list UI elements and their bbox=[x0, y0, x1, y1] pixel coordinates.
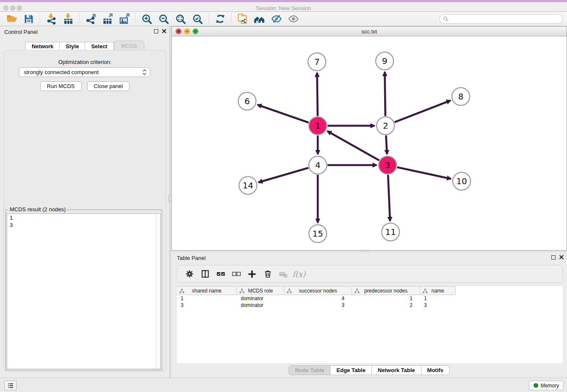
graph-edge-3-1[interactable] bbox=[328, 131, 379, 160]
close-panel-icon[interactable] bbox=[162, 29, 166, 33]
delete-table-button[interactable] bbox=[275, 267, 291, 281]
open-folder-icon bbox=[6, 13, 18, 25]
table-cell[interactable]: dominator bbox=[237, 295, 284, 301]
tab-network-table[interactable]: Network Table bbox=[372, 365, 421, 375]
refresh-button[interactable] bbox=[212, 13, 228, 25]
graph-edge-2-9[interactable] bbox=[385, 72, 385, 116]
close-panel-icon[interactable] bbox=[559, 255, 564, 259]
show-all-button[interactable] bbox=[285, 13, 302, 25]
mcds-result-text[interactable]: 1 3 bbox=[7, 213, 161, 369]
clone-network-button[interactable] bbox=[234, 13, 251, 25]
table-cell[interactable]: 1 bbox=[352, 295, 420, 301]
network-canvas[interactable]: 1234678910111415 bbox=[172, 36, 567, 250]
table-tabs: Node Table Edge Table Network Table Moti… bbox=[171, 365, 567, 375]
network-window-titlebar[interactable]: scc.txt bbox=[172, 27, 567, 36]
zoom-fit-button[interactable] bbox=[172, 13, 189, 25]
tab-motifs[interactable]: Motifs bbox=[421, 365, 450, 375]
column-header-predecessor-nodes[interactable]: predecessor nodes bbox=[352, 287, 420, 295]
float-panel-icon[interactable] bbox=[154, 29, 158, 33]
zoom-in-icon bbox=[141, 14, 152, 25]
graph-node-6[interactable]: 6 bbox=[238, 92, 256, 110]
graph-edge-3-10[interactable] bbox=[397, 167, 451, 179]
search-input[interactable] bbox=[450, 15, 562, 23]
column-header-MCDS-role[interactable]: MCDS role bbox=[237, 287, 284, 295]
import-network-button[interactable] bbox=[43, 13, 60, 25]
run-mcds-button[interactable]: Run MCDS bbox=[40, 81, 82, 91]
search-box[interactable] bbox=[439, 14, 563, 24]
tab-style[interactable]: Style bbox=[60, 42, 85, 51]
column-header-shared-name[interactable]: shared name bbox=[177, 287, 237, 295]
toolbar-separator bbox=[40, 14, 40, 25]
add-row-button[interactable] bbox=[244, 267, 260, 281]
plus-icon bbox=[247, 269, 257, 279]
table-cell[interactable]: 3 bbox=[420, 302, 456, 308]
delete-row-button[interactable] bbox=[260, 267, 275, 281]
table-settings-button[interactable] bbox=[182, 267, 197, 281]
column-header-successor-nodes[interactable]: successor nodes bbox=[284, 287, 352, 295]
graph-node-4[interactable]: 4 bbox=[309, 156, 327, 174]
graph-node-10[interactable]: 10 bbox=[453, 172, 471, 190]
close-panel-button[interactable]: Close panel bbox=[87, 81, 130, 91]
export-network-button[interactable] bbox=[82, 13, 99, 25]
tab-node-table[interactable]: Node Table bbox=[289, 365, 330, 375]
table-cell[interactable]: 3 bbox=[284, 302, 352, 308]
export-table-button[interactable] bbox=[99, 13, 116, 25]
import-table-button[interactable] bbox=[60, 13, 77, 25]
memory-status-icon bbox=[534, 383, 538, 388]
function-builder-button[interactable]: f(x) bbox=[291, 267, 307, 281]
float-panel-icon[interactable] bbox=[551, 255, 556, 259]
graph-node-14[interactable]: 14 bbox=[239, 177, 257, 194]
graph-edge-2-8[interactable] bbox=[394, 100, 450, 122]
save-icon bbox=[24, 14, 34, 24]
unchecked-boxes-icon bbox=[231, 269, 242, 279]
graph-node-3[interactable]: 3 bbox=[379, 156, 396, 174]
graph-node-2[interactable]: 2 bbox=[377, 117, 394, 135]
column-header-name[interactable]: name bbox=[420, 287, 456, 295]
import-table-icon bbox=[63, 13, 74, 25]
export-image-button[interactable] bbox=[116, 13, 133, 25]
task-history-button[interactable] bbox=[4, 381, 17, 390]
graph-node-7[interactable]: 7 bbox=[308, 53, 326, 71]
show-columns-button[interactable] bbox=[197, 267, 213, 281]
graph-node-15[interactable]: 15 bbox=[309, 225, 327, 243]
tab-mcds[interactable]: MCDS bbox=[114, 41, 144, 51]
save-session-button[interactable] bbox=[20, 13, 37, 25]
table-cell[interactable]: 1 bbox=[177, 295, 237, 301]
graph-node-8[interactable]: 8 bbox=[452, 88, 470, 105]
table-cell[interactable]: dominator bbox=[237, 302, 284, 308]
graph-edge-1-6[interactable] bbox=[258, 105, 309, 123]
select-all-columns-button[interactable] bbox=[213, 267, 228, 281]
table-cell[interactable]: 1 bbox=[420, 295, 456, 301]
home-button[interactable] bbox=[251, 13, 268, 25]
deselect-all-columns-button[interactable] bbox=[228, 267, 244, 281]
zoom-out-button[interactable] bbox=[155, 13, 172, 25]
graph-node-1[interactable]: 1 bbox=[309, 117, 327, 135]
graph-node-9[interactable]: 9 bbox=[376, 52, 394, 70]
control-panel: Control Panel Network Style Select MCDS … bbox=[0, 26, 170, 378]
svg-text:15: 15 bbox=[312, 229, 323, 239]
hide-selected-button[interactable] bbox=[268, 13, 285, 25]
graph-node-11[interactable]: 11 bbox=[382, 223, 399, 241]
optimization-criterion-dropdown[interactable]: strongly connected component bbox=[19, 67, 150, 77]
table-cell[interactable]: 3 bbox=[177, 302, 237, 308]
zoom-in-button[interactable] bbox=[138, 13, 155, 25]
tab-network[interactable]: Network bbox=[25, 42, 60, 51]
memory-button[interactable]: Memory bbox=[529, 381, 564, 390]
table-body: 1dominator4113dominator323 bbox=[177, 295, 563, 363]
table-cell[interactable]: 4 bbox=[284, 295, 352, 301]
graph-edge-1-7[interactable] bbox=[317, 73, 317, 116]
table-cell[interactable]: 2 bbox=[352, 302, 420, 308]
graph-edge-3-11[interactable] bbox=[388, 175, 390, 221]
table-row[interactable]: 1dominator411 bbox=[177, 295, 563, 302]
column-label: name bbox=[431, 288, 444, 294]
result-scrollbar[interactable] bbox=[155, 214, 160, 369]
table-row[interactable]: 3dominator323 bbox=[177, 302, 563, 309]
graph-edge-4-14[interactable] bbox=[259, 168, 308, 182]
open-session-button[interactable] bbox=[3, 13, 20, 25]
tab-select[interactable]: Select bbox=[85, 42, 113, 51]
graph-edge-2-3[interactable] bbox=[386, 135, 387, 154]
column-type-icon bbox=[422, 288, 428, 294]
columns-icon bbox=[201, 269, 210, 279]
tab-edge-table[interactable]: Edge Table bbox=[330, 365, 372, 375]
zoom-selected-button[interactable] bbox=[189, 13, 206, 25]
